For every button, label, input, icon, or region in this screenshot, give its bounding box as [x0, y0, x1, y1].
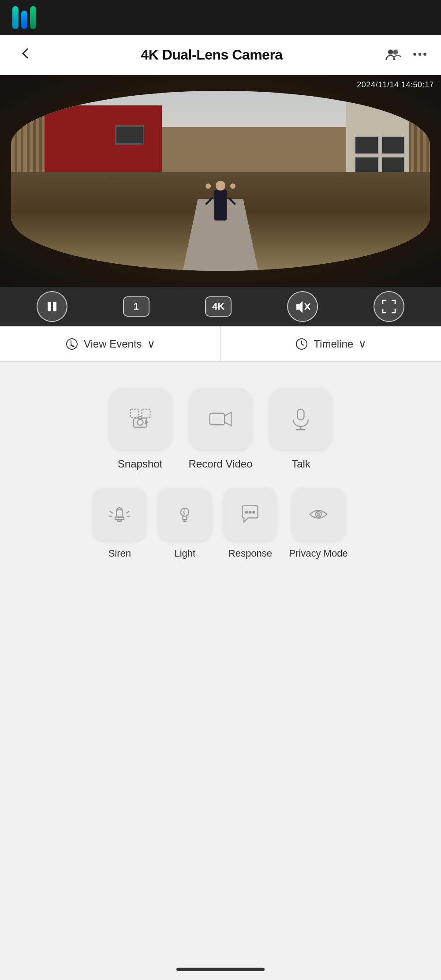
- svg-rect-16: [210, 413, 225, 425]
- siren-icon-wrap: [93, 488, 146, 541]
- svg-rect-6: [53, 302, 56, 311]
- b-window-1: [355, 136, 379, 154]
- mute-button[interactable]: [287, 291, 318, 322]
- b-window-2: [381, 136, 405, 154]
- page-title: 4K Dual-Lens Camera: [141, 47, 282, 63]
- light-control[interactable]: Light: [158, 488, 211, 559]
- person-body: [214, 190, 227, 221]
- logo-bar-1: [12, 6, 19, 29]
- lens-1-button[interactable]: 1: [123, 296, 149, 317]
- camera-controls: 1 4K: [0, 287, 441, 326]
- svg-rect-19: [298, 409, 304, 420]
- svg-point-2: [413, 52, 416, 56]
- svg-rect-10: [130, 409, 138, 418]
- svg-marker-17: [224, 412, 231, 426]
- view-events-label: View Events: [84, 338, 142, 350]
- talk-label: Talk: [292, 458, 310, 470]
- siren-label: Siren: [108, 548, 131, 559]
- back-button[interactable]: [13, 41, 38, 69]
- privacy-mode-label: Privacy Mode: [289, 548, 348, 559]
- 4k-button[interactable]: 4K: [205, 296, 232, 317]
- camera-container: 2024/11/14 14:50:17 1 4K: [0, 75, 441, 326]
- snapshot-icon-wrap: [109, 388, 171, 450]
- record-video-label: Record Video: [189, 458, 253, 470]
- svg-line-37: [313, 512, 324, 517]
- person: [207, 168, 234, 221]
- snapshot-control[interactable]: Snapshot: [109, 388, 171, 470]
- controls-row-2: Siren Light: [13, 488, 428, 559]
- svg-point-13: [137, 419, 143, 425]
- building-windows: [355, 136, 405, 175]
- light-label: Light: [175, 548, 196, 559]
- logo-bar-3: [30, 6, 36, 29]
- nav-actions: [385, 46, 428, 64]
- view-events-section[interactable]: View Events ∨: [0, 326, 221, 361]
- fisheye-scene: [11, 91, 430, 271]
- timeline-label: Timeline: [314, 338, 353, 350]
- more-options-icon[interactable]: [412, 46, 428, 64]
- scene-overlay: [0, 75, 441, 287]
- svg-point-4: [423, 52, 426, 56]
- timeline-chevron: ∨: [359, 338, 366, 350]
- response-label: Response: [228, 548, 272, 559]
- record-video-icon-wrap: [190, 388, 251, 450]
- svg-point-32: [246, 511, 248, 513]
- events-bar: View Events ∨ Timeline ∨: [0, 326, 441, 362]
- record-video-control[interactable]: Record Video: [189, 388, 253, 470]
- camera-feed: 2024/11/14 14:50:17: [0, 75, 441, 287]
- svg-rect-5: [48, 302, 51, 311]
- nav-header: 4K Dual-Lens Camera: [0, 35, 441, 75]
- person-head: [216, 181, 225, 191]
- people-icon[interactable]: [385, 46, 401, 64]
- response-icon-wrap: [224, 488, 277, 541]
- talk-icon-wrap: [270, 388, 332, 450]
- svg-rect-11: [142, 409, 150, 418]
- privacy-mode-icon-wrap: [292, 488, 345, 541]
- svg-rect-18: [210, 413, 225, 425]
- svg-line-25: [110, 512, 113, 513]
- hand-left: [206, 183, 211, 189]
- spacer: [0, 586, 441, 762]
- camera-bg: 2024/11/14 14:50:17: [0, 75, 441, 287]
- app-logo: [12, 6, 36, 29]
- response-control[interactable]: Response: [224, 488, 277, 559]
- view-events-chevron: ∨: [147, 338, 155, 350]
- siren-control[interactable]: Siren: [93, 488, 146, 559]
- barn-window: [115, 125, 145, 145]
- pause-button[interactable]: [37, 291, 67, 322]
- top-bar: [0, 0, 441, 35]
- svg-rect-24: [117, 510, 123, 517]
- privacy-mode-control[interactable]: Privacy Mode: [289, 488, 348, 559]
- home-indicator: [176, 968, 265, 971]
- svg-point-0: [388, 49, 393, 54]
- svg-point-1: [393, 49, 398, 54]
- controls-row-1: Snapshot Record Video: [13, 388, 428, 470]
- fullscreen-button[interactable]: [374, 291, 404, 322]
- svg-rect-23: [118, 520, 122, 521]
- svg-point-34: [253, 511, 255, 513]
- svg-point-3: [419, 52, 422, 56]
- svg-line-26: [127, 512, 129, 513]
- controls-area: Snapshot Record Video: [0, 362, 441, 586]
- logo-bar-2: [21, 11, 27, 29]
- light-icon-wrap: [158, 488, 211, 541]
- talk-control[interactable]: Talk: [270, 388, 332, 470]
- camera-timestamp: 2024/11/14 14:50:17: [357, 80, 434, 90]
- hand-right: [230, 183, 235, 189]
- snapshot-label: Snapshot: [118, 458, 162, 470]
- timeline-section[interactable]: Timeline ∨: [221, 326, 441, 361]
- svg-point-33: [249, 511, 251, 513]
